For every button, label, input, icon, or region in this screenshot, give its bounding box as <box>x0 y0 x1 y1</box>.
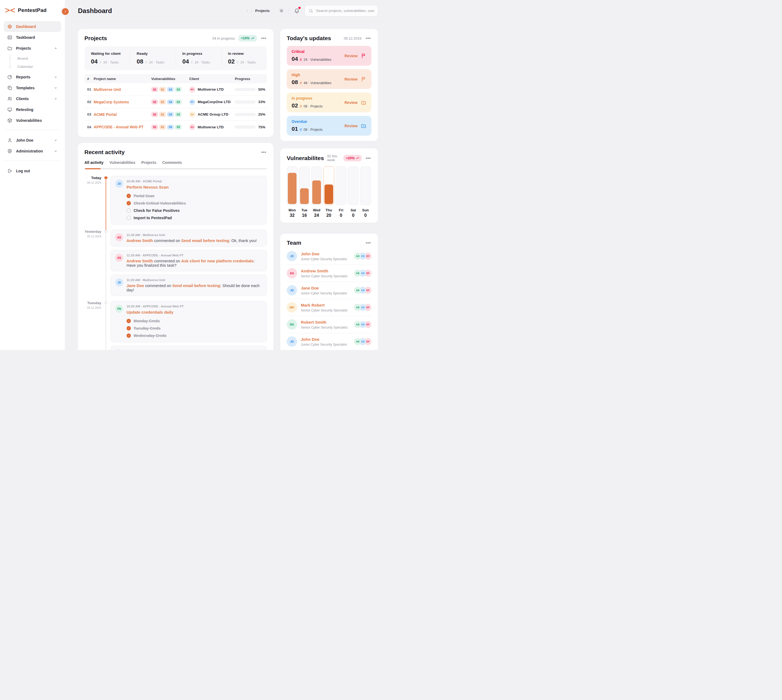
sidebar-item-clients[interactable]: Clients <box>4 93 61 104</box>
tab-vulnerabilities[interactable]: Vulnerabilities <box>109 160 135 165</box>
project-name-link[interactable]: APPCODE - Annual Web PT <box>94 125 151 129</box>
sidebar-subitem-board[interactable]: Board <box>4 54 61 62</box>
dots-menu-icon <box>261 35 266 41</box>
comment-task-link[interactable]: Ask client for new platform credentials <box>181 259 254 263</box>
sidebar-item-log-out[interactable]: Log out <box>4 165 61 177</box>
project-number: 03 <box>84 112 94 117</box>
review-link[interactable]: Review <box>344 77 358 82</box>
review-link[interactable]: Review <box>344 100 358 105</box>
sidebar-item-dashboard[interactable]: Dashboard <box>4 21 61 32</box>
checked-circle-icon[interactable] <box>127 333 131 338</box>
project-number: 02 <box>84 100 94 104</box>
tab-all-activity[interactable]: All activity <box>84 160 104 165</box>
recent-activity-card: Recent activity All activityVulnerabilit… <box>78 143 273 350</box>
team-member-name[interactable]: Jane Doe <box>301 286 347 290</box>
projects-card-menu-button[interactable] <box>261 35 267 42</box>
sidebar-item-label: John Doe <box>16 138 33 142</box>
avatar-stack: ABCDEF <box>354 270 371 277</box>
team-member-role: Senior Cyber Security Specialist <box>301 326 347 329</box>
vulnerabilities-card-menu-button[interactable] <box>365 155 371 162</box>
breadcrumb[interactable]: Projects <box>255 9 270 13</box>
sidebar-collapse-button[interactable] <box>62 8 69 15</box>
stat-label: In progress <box>182 52 221 56</box>
checklist-item[interactable]: Check Critical Vulnerabilities <box>127 201 262 205</box>
comment-task-link[interactable]: Send email before testing <box>181 238 229 243</box>
vuln-badge-info: 04 <box>167 99 174 105</box>
review-link[interactable]: Review <box>344 54 358 58</box>
update-label: High <box>292 73 331 77</box>
team-member-name[interactable]: John Doe <box>301 337 347 342</box>
comment-action: commented on <box>144 283 172 288</box>
sidebar-item-taskboard[interactable]: Taskboard <box>4 32 61 43</box>
team-member-role: Junior Cyber Security Specialist <box>301 292 347 295</box>
team-member-name[interactable]: Andrew Smith <box>301 268 347 273</box>
theme-toggle-button[interactable] <box>278 7 285 14</box>
avatar: RS <box>287 319 297 330</box>
taskboard-icon <box>7 35 12 40</box>
notifications-button[interactable] <box>293 7 300 14</box>
sidebar-item-administration[interactable]: Administration <box>4 146 61 157</box>
team-member-name[interactable]: John Doe <box>301 252 347 256</box>
checklist-item[interactable]: Portal Scan <box>127 194 262 198</box>
activity-comment-line: Andrew Smith commented on Ask client for… <box>127 259 262 268</box>
team-member-info: Robert SmithSenior Cyber Security Specia… <box>301 320 347 329</box>
avatar: AG <box>189 112 195 117</box>
folder-minus-icon <box>361 100 367 105</box>
project-name-link[interactable]: Multiverse Unit <box>94 87 151 92</box>
activity-card-menu-button[interactable] <box>261 149 267 155</box>
activity-items: AS11:30 AM · Multiverse UnitAndrew Smith… <box>110 230 267 301</box>
checklist-item[interactable]: Import to PentestPad <box>127 216 262 220</box>
review-link[interactable]: Review <box>344 124 358 128</box>
tab-projects[interactable]: Projects <box>141 160 156 165</box>
unchecked-circle-icon[interactable] <box>127 208 131 213</box>
header-divider <box>274 7 274 14</box>
checked-circle-icon[interactable] <box>127 319 131 323</box>
chart-day-label: Sun <box>360 208 371 212</box>
avatar-stack: ABCDEF <box>354 304 371 311</box>
comment-author-link[interactable]: Jane Doe <box>127 283 144 288</box>
activity-body: 11:30 AM · Multiverse UnitAndrew Smith c… <box>127 233 262 243</box>
unchecked-circle-icon[interactable] <box>127 216 131 220</box>
activity-task-link[interactable]: Update credentials daily <box>127 310 262 315</box>
sidebar-item-vulnerabilities[interactable]: Vulnerabilities <box>4 115 61 126</box>
table-row: 01Multiverse Unit02010403MVMultiverse LT… <box>84 83 267 96</box>
checklist-item[interactable]: Check for False Positives <box>127 208 262 213</box>
projects-card: Projects 04 in progress +10% Waiting for… <box>78 29 273 137</box>
vuln-badge-critical: 02 <box>151 125 158 130</box>
team-card-menu-button[interactable] <box>365 240 371 246</box>
checked-circle-icon[interactable] <box>127 201 131 205</box>
comment-task-link[interactable]: Send email before testing <box>172 283 220 288</box>
team-member-name[interactable]: Mark Robert <box>301 303 347 307</box>
comment-author-link[interactable]: Andrew Smith <box>127 259 153 263</box>
sidebar-subitem-calendar[interactable]: Calendar <box>4 62 61 70</box>
activity-meta: 10:45 AM · ACME Portal <box>127 180 262 183</box>
folder-minus-icon <box>361 123 367 129</box>
sidebar-item-john-doe[interactable]: John Doe <box>4 135 61 146</box>
checked-circle-icon[interactable] <box>127 194 131 198</box>
checklist-item[interactable]: Tuesday Creds <box>127 326 262 330</box>
checked-circle-icon[interactable] <box>127 326 131 330</box>
team-member-name[interactable]: Robert Smith <box>301 320 347 325</box>
update-value: 04 <box>292 56 298 62</box>
search-input[interactable] <box>316 9 374 13</box>
updates-card-menu-button[interactable] <box>365 35 371 42</box>
project-name-link[interactable]: MegaCorp Systems <box>94 100 151 104</box>
sidebar-item-projects[interactable]: Projects <box>4 43 61 54</box>
checklist-item[interactable]: Monday Creds <box>127 319 262 323</box>
sidebar-item-retesting[interactable]: Retesting <box>4 104 61 115</box>
chart-value: 16 <box>299 213 310 218</box>
comment-author-link[interactable]: Andrew Smith <box>127 238 153 243</box>
project-name-link[interactable]: ACME Portal <box>94 112 151 117</box>
activity-task-link[interactable]: Perform Nessus Scan <box>127 185 262 189</box>
stat-label: Waiting for client <box>91 52 130 56</box>
col-header-vulnerabilities: Vulnerabilities <box>151 77 189 81</box>
checklist-item[interactable]: Wednesday Creds <box>127 333 262 338</box>
activity-comment-line: Andrew Smith commented on Send email bef… <box>127 238 262 243</box>
chart-column-fri: Fri0 <box>336 166 346 218</box>
vuln-badge-info: 04 <box>167 87 174 92</box>
timeline-label: Today06.12.2024 <box>84 176 101 230</box>
sidebar-item-templates[interactable]: Templates <box>4 82 61 93</box>
tab-comments[interactable]: Comments <box>162 160 182 165</box>
update-label: In progress <box>292 96 322 100</box>
sidebar-item-reports[interactable]: Reports <box>4 72 61 82</box>
